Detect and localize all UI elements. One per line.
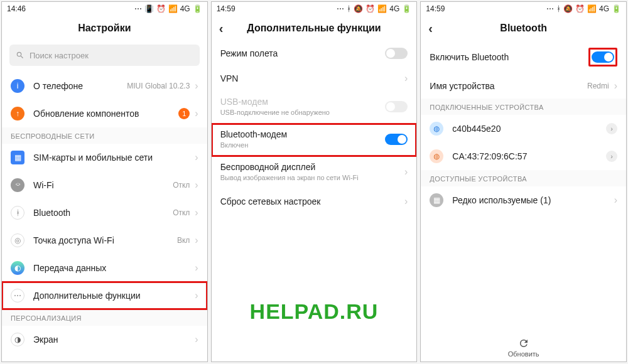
row-sublabel: USB-подключение не обнаружено: [220, 109, 330, 116]
back-button[interactable]: ‹: [219, 21, 224, 36]
row-paired-device[interactable]: ◍ CA:43:72:09:6C:57 ›: [421, 142, 626, 170]
row-component-updates[interactable]: ↑ Обновление компонентов 1 ›: [2, 100, 207, 127]
page-title-bar: ‹ Bluetooth: [421, 16, 626, 41]
chevron-right-icon[interactable]: ›: [606, 151, 617, 162]
dnd-icon: 🔕: [354, 4, 363, 13]
row-label: Включить Bluetooth: [430, 52, 588, 62]
more-icon: ⋯: [134, 4, 142, 13]
status-icons: ⋯ ᚼ 🔕 ⏰ 📶 4G 🔋: [337, 4, 411, 13]
search-icon: [16, 51, 24, 60]
airplane-toggle[interactable]: [385, 48, 408, 59]
chevron-right-icon: ›: [195, 80, 198, 92]
status-icons: ⋯ 📳 ⏰ 📶 4G 🔋: [134, 4, 202, 13]
page-title: Настройки: [78, 23, 131, 34]
row-display[interactable]: ◑ Экран ›: [2, 326, 207, 353]
signal-icon: 📶: [168, 4, 178, 13]
chevron-right-icon: ›: [195, 152, 198, 163]
battery-icon: 🔋: [612, 4, 621, 13]
refresh-button[interactable]: Обновить: [421, 333, 626, 361]
row-bluetooth-tether[interactable]: Bluetooth-модем Включен: [212, 124, 417, 156]
row-label: Bluetooth-модем: [220, 129, 288, 139]
network-type: 4G: [599, 4, 609, 13]
row-label: Передача данных: [33, 263, 195, 273]
section-personalization: ПЕРСОНАЛИЗАЦИЯ: [2, 309, 207, 326]
chevron-right-icon: ›: [195, 262, 198, 274]
alarm-icon: ⏰: [156, 4, 166, 13]
status-bar: 14:46 ⋯ 📳 ⏰ 📶 4G 🔋: [2, 2, 207, 16]
row-about-phone[interactable]: i О телефоне MIUI Global 10.2.3 ›: [2, 72, 207, 100]
row-value: Откл: [173, 208, 190, 217]
row-wireless-display[interactable]: Беспроводной дисплей Вывод изображения н…: [212, 156, 417, 189]
usb-tether-toggle: [385, 101, 408, 112]
chevron-right-icon: ›: [195, 334, 198, 345]
alarm-icon: ⏰: [575, 4, 585, 13]
row-rarely-used[interactable]: ▦ Редко используемые (1) ›: [421, 186, 626, 214]
chevron-right-icon: ›: [614, 195, 617, 206]
phone-more-functions: 14:59 ⋯ ᚼ 🔕 ⏰ 📶 4G 🔋 ‹ Дополнительные фу…: [211, 1, 418, 362]
row-airplane-mode[interactable]: Режим полета: [212, 41, 417, 66]
search-placeholder: Поиск настроек: [30, 51, 89, 60]
chevron-right-icon: ›: [404, 73, 408, 84]
device-generic-icon: ◍: [430, 149, 443, 163]
sim-icon: ▦: [11, 151, 24, 164]
row-label: CA:43:72:09:6C:57: [452, 151, 606, 161]
row-bluetooth[interactable]: ᚼ Bluetooth Откл ›: [2, 199, 207, 227]
row-vpn[interactable]: VPN ›: [212, 66, 417, 91]
row-wifi[interactable]: ⌔ Wi-Fi Откл ›: [2, 171, 207, 199]
back-button[interactable]: ‹: [428, 21, 433, 36]
row-value: MIUI Global 10.2.3: [127, 82, 190, 90]
section-connected: ПОДКЛЮЧЕННЫЕ УСТРОЙСТВА: [421, 99, 626, 115]
row-label: USB-модем: [220, 97, 330, 107]
row-label: Редко используемые (1): [452, 195, 614, 205]
bluetooth-toggle[interactable]: [592, 51, 614, 63]
highlight-box: [588, 48, 617, 67]
more-icon: ⋯: [11, 289, 24, 302]
battery-icon: 🔋: [402, 4, 411, 13]
page-title: Bluetooth: [500, 23, 547, 34]
signal-icon: 📶: [587, 4, 597, 13]
row-device-name[interactable]: Имя устройства Redmi ›: [421, 73, 626, 99]
row-label: Экран: [33, 335, 195, 345]
more-icon: ⋯: [546, 4, 554, 13]
row-label: Режим полета: [220, 48, 386, 58]
row-more-functions[interactable]: ⋯ Дополнительные функции ›: [2, 282, 207, 309]
phone-settings: 14:46 ⋯ 📳 ⏰ 📶 4G 🔋 Настройки Поиск настр…: [1, 1, 208, 362]
row-sublabel: Включен: [220, 141, 288, 149]
row-data-usage[interactable]: ◐ Передача данных ›: [2, 254, 207, 282]
data-usage-icon: ◐: [11, 261, 24, 275]
row-sim-cards[interactable]: ▦ SIM-карты и мобильные сети ›: [2, 144, 207, 171]
row-label: Сброс сетевых настроек: [220, 196, 404, 206]
bluetooth-icon: ᚼ: [347, 4, 351, 13]
page-title-bar: ‹ Дополнительные функции: [212, 16, 417, 41]
row-paired-device[interactable]: ◍ c40b445e20 ›: [421, 115, 626, 142]
row-value: Вкл: [177, 236, 190, 245]
chevron-right-icon[interactable]: ›: [606, 123, 617, 134]
row-label: Дополнительные функции: [33, 291, 195, 301]
row-label: VPN: [220, 73, 404, 83]
row-label: SIM-карты и мобильные сети: [33, 153, 195, 163]
search-input[interactable]: Поиск настроек: [9, 45, 200, 66]
row-value: Откл: [173, 181, 190, 190]
row-label: c40b445e20: [452, 124, 606, 134]
row-label: О телефоне: [33, 81, 127, 91]
row-label: Wi-Fi: [33, 180, 173, 190]
row-usb-tether: USB-модем USB-подключение не обнаружено: [212, 91, 417, 124]
row-label: Точка доступа Wi-Fi: [33, 235, 177, 245]
network-type: 4G: [389, 4, 399, 13]
devices-folder-icon: ▦: [430, 193, 443, 207]
device-generic-icon: ◍: [430, 122, 443, 136]
row-enable-bluetooth[interactable]: Включить Bluetooth: [421, 41, 626, 73]
row-label: Bluetooth: [33, 208, 173, 218]
row-label: Имя устройства: [430, 81, 587, 91]
battery-icon: 🔋: [193, 4, 202, 13]
alarm-icon: ⏰: [365, 4, 375, 13]
chevron-right-icon: ›: [195, 108, 198, 119]
row-reset-network[interactable]: Сброс сетевых настроек ›: [212, 189, 417, 214]
clock: 14:46: [7, 4, 26, 13]
row-label: Обновление компонентов: [33, 109, 178, 119]
chevron-right-icon: ›: [195, 235, 198, 246]
bluetooth-icon: ᚼ: [11, 206, 24, 220]
row-hotspot[interactable]: ◎ Точка доступа Wi-Fi Вкл ›: [2, 227, 207, 254]
bluetooth-tether-toggle[interactable]: [385, 134, 408, 145]
phone-bluetooth: 14:59 ⋯ ᚼ 🔕 ⏰ 📶 4G 🔋 ‹ Bluetooth Включит…: [420, 1, 627, 362]
